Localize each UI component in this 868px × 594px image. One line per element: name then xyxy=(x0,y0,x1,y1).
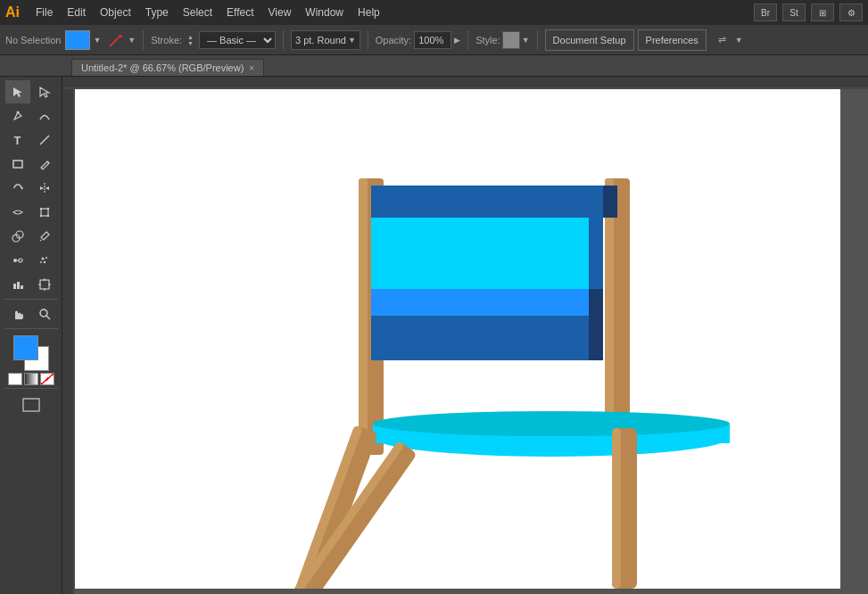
fill-color-swatch[interactable] xyxy=(65,30,90,50)
canvas-area xyxy=(62,77,868,594)
style-box: Style: ▼ xyxy=(475,31,529,49)
tool-row-warp xyxy=(5,201,57,224)
ruler-top xyxy=(62,77,868,89)
free-transform-button[interactable] xyxy=(32,201,57,224)
eyedropper-button[interactable] xyxy=(32,225,57,248)
svg-line-0 xyxy=(110,36,120,46)
rotate-tool-button[interactable] xyxy=(5,177,30,200)
menu-bar: Ai File Edit Object Type Select Effect V… xyxy=(0,0,868,25)
symbol-sprayer-button[interactable] xyxy=(32,249,57,272)
app-logo: Ai xyxy=(5,4,20,21)
sep3 xyxy=(368,30,368,50)
svg-rect-43 xyxy=(359,178,368,455)
svg-rect-47 xyxy=(603,186,617,218)
pen-tool-button[interactable] xyxy=(5,104,30,128)
menu-file[interactable]: File xyxy=(29,3,60,22)
arrange-icon[interactable]: ⇌ xyxy=(714,31,732,49)
preferences-button[interactable]: Preferences xyxy=(638,29,707,51)
selection-tool-button[interactable] xyxy=(5,80,30,103)
opacity-arrow[interactable]: ▶ xyxy=(454,36,460,45)
settings-icon[interactable]: ⚙ xyxy=(839,4,863,21)
color-mode-boxes xyxy=(8,373,54,385)
warp-tool-button[interactable] xyxy=(5,201,30,224)
menu-app-icons: Br St ⊞ ⚙ xyxy=(754,4,863,21)
artboard-tool-button[interactable] xyxy=(32,273,57,296)
svg-rect-53 xyxy=(589,316,603,360)
menu-help[interactable]: Help xyxy=(351,3,387,22)
fill-dropdown-arrow[interactable]: ▼ xyxy=(93,36,101,45)
svg-point-14 xyxy=(46,208,48,210)
tab-bar: Untitled-2* @ 66.67% (RGB/Preview) × xyxy=(0,55,868,77)
stroke-label: Stroke: xyxy=(151,35,182,45)
svg-point-13 xyxy=(39,208,41,210)
svg-point-26 xyxy=(40,261,42,263)
bridge-icon[interactable]: Br xyxy=(754,4,777,21)
sep4 xyxy=(467,30,468,50)
tool-row-blend xyxy=(5,249,57,272)
ruler-left xyxy=(62,89,75,594)
stroke-width-dropdown[interactable]: ▼ xyxy=(348,36,356,45)
reflect-tool-button[interactable] xyxy=(32,177,57,200)
blend-tool-button[interactable] xyxy=(5,249,30,272)
document-tab[interactable]: Untitled-2* @ 66.67% (RGB/Preview) × xyxy=(71,59,264,76)
color-box-none[interactable] xyxy=(40,373,54,385)
menu-object[interactable]: Object xyxy=(93,3,138,22)
svg-rect-60 xyxy=(612,428,621,589)
stroke-select-dropdown[interactable]: — Basic — xyxy=(199,31,276,49)
stroke-up-arrow[interactable]: ▲ xyxy=(187,34,194,40)
svg-point-4 xyxy=(16,111,19,114)
direct-selection-tool-button[interactable] xyxy=(32,80,57,103)
main-area: T xyxy=(0,77,868,594)
tool-row-shapebuilder xyxy=(5,225,57,248)
type-tool-button[interactable]: T xyxy=(5,128,30,152)
style-dropdown[interactable]: ▼ xyxy=(522,36,530,45)
menu-window[interactable]: Window xyxy=(298,3,351,22)
pencil-tool-button[interactable] xyxy=(32,153,57,176)
fill-stroke-stack[interactable] xyxy=(13,335,49,371)
fill-indicator[interactable] xyxy=(13,335,38,360)
change-screen-mode-button[interactable] xyxy=(19,393,44,417)
color-box-solid[interactable] xyxy=(8,373,22,385)
svg-marker-3 xyxy=(40,87,49,97)
svg-rect-37 xyxy=(23,399,39,411)
workspace-icon[interactable]: ⊞ xyxy=(811,4,834,21)
menu-type[interactable]: Type xyxy=(138,3,176,22)
brush-tool-icon[interactable] xyxy=(106,31,126,49)
shape-builder-button[interactable] xyxy=(5,225,30,248)
svg-rect-30 xyxy=(40,280,49,289)
svg-point-23 xyxy=(41,258,44,260)
zoom-tool-button[interactable] xyxy=(32,302,57,326)
svg-rect-38 xyxy=(62,77,868,89)
rectangle-tool-button[interactable] xyxy=(5,153,30,176)
sep1 xyxy=(143,30,144,50)
canvas-page xyxy=(75,89,840,589)
document-setup-button[interactable]: Document Setup xyxy=(545,29,634,51)
tool-row-shape xyxy=(5,153,57,176)
graph-tool-button[interactable] xyxy=(5,273,30,296)
menu-edit[interactable]: Edit xyxy=(60,3,93,22)
brush-dropdown-arrow[interactable]: ▼ xyxy=(128,36,136,45)
tab-close-button[interactable]: × xyxy=(249,63,254,73)
svg-rect-12 xyxy=(41,209,48,216)
hand-tool-button[interactable] xyxy=(5,302,30,326)
stroke-width-value: 3 pt. Round xyxy=(295,35,346,45)
tool-divider-1 xyxy=(4,299,58,300)
opacity-box: Opacity: ▶ xyxy=(376,31,460,49)
line-tool-button[interactable] xyxy=(32,128,57,152)
svg-point-56 xyxy=(373,411,730,436)
arrange-dropdown[interactable]: ▼ xyxy=(735,36,743,45)
menu-select[interactable]: Select xyxy=(176,3,219,22)
curvature-tool-button[interactable] xyxy=(32,104,57,128)
menu-view[interactable]: View xyxy=(261,3,299,22)
svg-rect-29 xyxy=(21,285,23,289)
stock-icon[interactable]: St xyxy=(782,4,806,21)
svg-rect-28 xyxy=(17,282,20,289)
svg-point-15 xyxy=(39,215,41,217)
stroke-spinners[interactable]: ▲ ▼ xyxy=(187,34,194,46)
svg-rect-50 xyxy=(371,289,603,316)
stroke-down-arrow[interactable]: ▼ xyxy=(187,40,194,46)
opacity-input[interactable] xyxy=(414,31,451,49)
color-box-gradient[interactable] xyxy=(24,373,38,385)
menu-effect[interactable]: Effect xyxy=(219,3,260,22)
style-color-swatch[interactable] xyxy=(502,31,520,49)
